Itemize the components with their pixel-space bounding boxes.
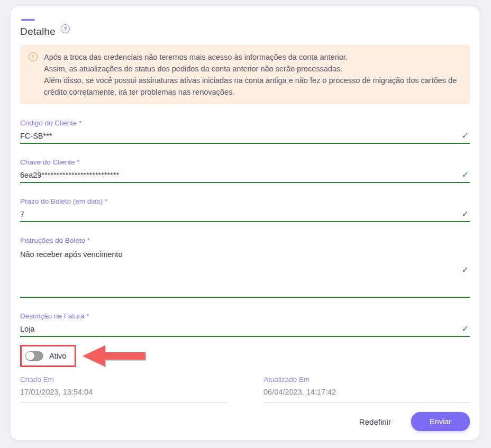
footer-actions: Redefinir Enviar	[20, 412, 470, 431]
ativo-toggle-row: Ativo	[20, 344, 470, 368]
field-criado-em: Criado Em 17/01/2023, 13:54:04	[20, 375, 226, 403]
criado-em-value: 17/01/2023, 13:54:04	[20, 384, 226, 403]
warning-icon: !	[29, 52, 38, 61]
field-instrucoes-boleto: Instruções do Boleto * Não receber após …	[20, 236, 470, 300]
field-codigo-cliente: Código do Cliente * ✓	[20, 118, 470, 144]
ativo-toggle[interactable]	[25, 351, 43, 361]
annotation-arrow-icon	[81, 344, 146, 368]
warning-alert: ! Após a troca das credenciais não terem…	[20, 45, 470, 104]
page-title: Detalhe	[20, 25, 56, 38]
warning-line: crédito corretamente, irá ter problemas …	[44, 86, 457, 98]
field-chave-cliente: Chave do Cliente * ✓	[20, 158, 470, 183]
header: Detalhe ?	[20, 25, 470, 38]
atualizado-em-label: Atualizado Em	[263, 375, 470, 384]
help-icon[interactable]: ?	[61, 24, 70, 33]
atualizado-em-value: 06/04/2023, 14:17:42	[263, 384, 470, 403]
warning-line: Após a troca das credenciais não teremos…	[44, 51, 457, 63]
warning-line: Assim, as atualizações de status dos ped…	[44, 63, 457, 75]
chave-cliente-label: Chave do Cliente *	[20, 158, 470, 167]
instrucoes-boleto-textarea[interactable]: Não receber após vencimento	[20, 245, 470, 298]
detail-card: Detalhe ? ! Após a troca das credenciais…	[11, 6, 479, 440]
redefinir-button[interactable]: Redefinir	[358, 414, 392, 429]
criado-em-label: Criado Em	[20, 375, 226, 384]
dates-section: Criado Em 17/01/2023, 13:54:04 Atualizad…	[20, 375, 470, 403]
descricao-fatura-input-wrap: ✓	[20, 321, 470, 337]
instrucoes-boleto-input-wrap: Não receber após vencimento ✓	[20, 245, 470, 300]
chave-cliente-input-wrap: ✓	[20, 167, 470, 183]
descricao-fatura-label: Descrição na Fatura *	[20, 312, 470, 321]
field-descricao-fatura: Descrição na Fatura * ✓	[20, 312, 470, 337]
enviar-button[interactable]: Enviar	[411, 412, 470, 431]
prazo-boleto-input[interactable]	[20, 206, 470, 222]
codigo-cliente-input-wrap: ✓	[20, 127, 470, 144]
toggle-knob-icon	[26, 352, 34, 360]
prazo-boleto-input-wrap: ✓	[20, 206, 470, 222]
warning-line: Além disso, se você possui assinaturas a…	[44, 75, 457, 86]
field-prazo-boleto: Prazo do Boleto (em dias) * ✓	[20, 197, 470, 222]
instrucoes-boleto-label: Instruções do Boleto *	[20, 236, 470, 245]
title-accent-dash	[21, 19, 35, 21]
ativo-toggle-label: Ativo	[49, 352, 66, 360]
field-atualizado-em: Atualizado Em 06/04/2023, 14:17:42	[263, 375, 470, 403]
prazo-boleto-label: Prazo do Boleto (em dias) *	[20, 197, 470, 206]
annotation-highlight-box: Ativo	[20, 345, 76, 367]
descricao-fatura-input[interactable]	[20, 321, 470, 337]
codigo-cliente-label: Código do Cliente *	[20, 118, 470, 127]
chave-cliente-input[interactable]	[20, 167, 470, 183]
warning-text: Após a troca das credenciais não teremos…	[44, 51, 457, 98]
codigo-cliente-input[interactable]	[20, 127, 470, 144]
